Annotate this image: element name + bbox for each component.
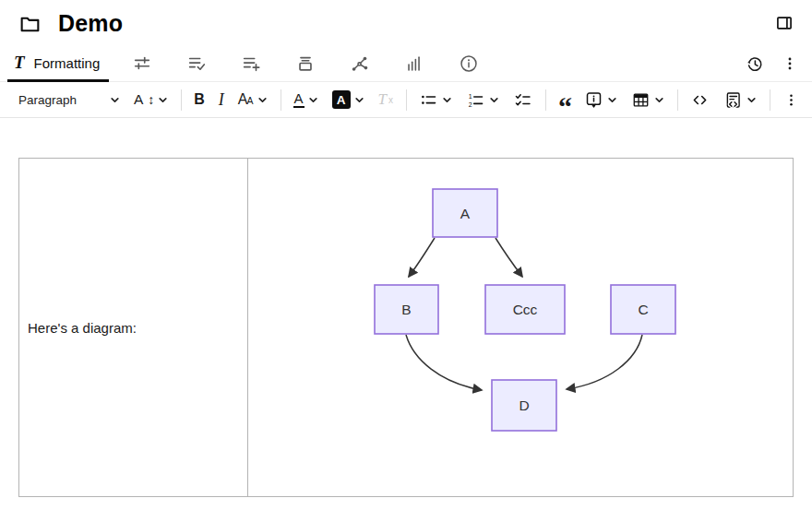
svg-text:1: 1 bbox=[469, 93, 472, 100]
callout-icon bbox=[584, 90, 603, 110]
highlight-icon: A bbox=[332, 90, 351, 109]
numbered-list-icon: 1 2 bbox=[466, 90, 485, 110]
code-block-button[interactable] bbox=[719, 88, 761, 113]
editor-content[interactable]: Here's a diagram: ABCccCD bbox=[0, 118, 812, 497]
history-icon[interactable] bbox=[741, 51, 768, 77]
svg-text:C: C bbox=[638, 302, 648, 317]
chevron-down-icon bbox=[654, 95, 664, 105]
diagram-edge-A-Ccc bbox=[496, 238, 522, 277]
code-block-icon bbox=[723, 90, 743, 110]
note-header: Demo bbox=[0, 0, 812, 46]
toolbar-divider bbox=[677, 89, 678, 111]
text-case-button[interactable]: AA bbox=[233, 89, 272, 111]
check-list-icon bbox=[513, 90, 532, 110]
editor-tabbar: T Formatting bbox=[0, 46, 812, 82]
clear-formatting-button[interactable]: Tx bbox=[374, 88, 398, 112]
sliders-icon[interactable] bbox=[122, 46, 162, 81]
italic-button[interactable]: I bbox=[214, 88, 229, 113]
diagram-edge-B-D bbox=[406, 335, 482, 390]
chevron-down-icon bbox=[607, 95, 617, 105]
tab-formatting-label: Formatting bbox=[34, 55, 101, 71]
chevron-down-icon bbox=[110, 95, 120, 105]
chevron-down-icon bbox=[308, 95, 318, 105]
chevron-down-icon bbox=[158, 95, 168, 105]
callout-button[interactable] bbox=[579, 88, 622, 113]
diagram-node-A: A bbox=[433, 189, 497, 237]
format-toolbar: Paragraph A↕ B I AA A A Tx 1 2 bbox=[0, 82, 812, 118]
node-graph-icon[interactable] bbox=[340, 46, 380, 81]
table-cell-text[interactable]: Here's a diagram: bbox=[19, 159, 248, 497]
diagram-node-Ccc: Ccc bbox=[485, 285, 565, 334]
toolbar-divider bbox=[181, 89, 182, 111]
inline-code-button[interactable] bbox=[686, 88, 714, 113]
document-table: Here's a diagram: ABCccCD bbox=[18, 158, 794, 497]
flowchart-svg: ABCccCD bbox=[248, 159, 792, 496]
blockquote-button[interactable]: “ bbox=[554, 97, 575, 102]
check-list-button[interactable] bbox=[508, 88, 537, 113]
overflow-menu-icon[interactable] bbox=[778, 89, 805, 112]
svg-text:D: D bbox=[519, 397, 529, 413]
font-size-button[interactable]: A↕ bbox=[129, 89, 173, 111]
bullet-list-button[interactable] bbox=[414, 88, 457, 113]
archive-icon[interactable] bbox=[285, 46, 326, 81]
diagram-edge-A-B bbox=[409, 238, 435, 277]
text-color-button[interactable]: A bbox=[289, 89, 323, 111]
svg-text:Ccc: Ccc bbox=[513, 302, 538, 317]
highlight-color-button[interactable]: A bbox=[328, 88, 369, 112]
panel-right-icon[interactable] bbox=[771, 10, 797, 36]
bold-button[interactable]: B bbox=[189, 89, 209, 111]
chevron-down-icon bbox=[489, 95, 499, 105]
diagram-node-D: D bbox=[492, 380, 556, 431]
list-check-icon[interactable] bbox=[176, 46, 217, 81]
paragraph-style-dropdown[interactable]: Paragraph bbox=[17, 90, 122, 110]
table-row: Here's a diagram: ABCccCD bbox=[19, 159, 794, 497]
bullet-list-icon bbox=[419, 90, 438, 110]
toolbar-divider bbox=[770, 89, 770, 111]
diagram-node-C: C bbox=[611, 285, 675, 334]
tab-formatting[interactable]: T Formatting bbox=[7, 46, 109, 82]
info-icon[interactable] bbox=[448, 46, 489, 81]
table-cell-diagram[interactable]: ABCccCD bbox=[248, 159, 794, 497]
toolbar-divider bbox=[545, 89, 546, 111]
folder-icon bbox=[15, 8, 45, 39]
list-add-icon[interactable] bbox=[231, 46, 271, 81]
toolbar-divider bbox=[281, 89, 281, 111]
plugin-toolbar bbox=[122, 46, 503, 81]
inline-code-icon bbox=[690, 90, 710, 110]
updown-arrow-icon: ↕ bbox=[148, 92, 154, 107]
table-button[interactable] bbox=[627, 88, 669, 113]
chevron-down-icon bbox=[442, 95, 452, 105]
svg-text:2: 2 bbox=[469, 101, 472, 107]
svg-text:B: B bbox=[401, 302, 411, 317]
paragraph-style-label: Paragraph bbox=[18, 93, 77, 107]
note-title: Demo bbox=[58, 10, 123, 37]
chevron-down-icon bbox=[354, 95, 364, 105]
diagram-node-B: B bbox=[375, 285, 438, 334]
chevron-down-icon bbox=[257, 95, 268, 105]
toolbar-divider bbox=[406, 89, 407, 111]
bar-chart-icon[interactable] bbox=[394, 46, 435, 81]
diagram-edge-C-D bbox=[567, 335, 642, 389]
table-icon bbox=[631, 90, 651, 110]
svg-text:A: A bbox=[460, 206, 471, 221]
text-format-icon: T bbox=[14, 53, 25, 73]
overflow-menu-icon[interactable] bbox=[777, 51, 803, 77]
numbered-list-button[interactable]: 1 2 bbox=[461, 88, 504, 113]
chevron-down-icon bbox=[746, 95, 757, 105]
